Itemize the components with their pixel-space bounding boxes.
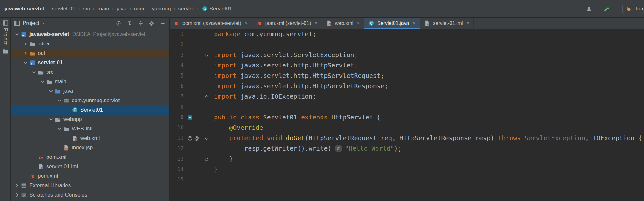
code-line-15[interactable]: 15	[170, 175, 644, 185]
tree-item-pom-xml[interactable]: mpom.xml	[11, 152, 169, 162]
tree-toggle[interactable]	[13, 31, 21, 38]
chevron-right-icon[interactable]	[14, 192, 20, 198]
collapse-all-button[interactable]	[138, 20, 143, 26]
chevron-down-icon[interactable]	[48, 117, 54, 122]
tool-window-button-project[interactable]: Project	[2, 20, 8, 45]
tree-toggle[interactable]	[30, 69, 38, 76]
tree-item-out[interactable]: out	[11, 49, 169, 58]
tree-item-servlet-01[interactable]: servlet-01	[11, 58, 169, 67]
line-number: 9	[170, 112, 186, 123]
tree-item-idea[interactable]: .idea	[11, 39, 169, 49]
tree-item-src[interactable]: src	[11, 67, 169, 77]
code-line-3[interactable]: 3import javax.servlet.ServletException;	[170, 50, 644, 60]
code-line-10[interactable]: 10 @Override	[170, 123, 644, 133]
tree-toggle[interactable]	[56, 97, 63, 104]
editor-tab-pom-xml-servlet-01[interactable]: mpom.xml (servlet-01)×	[252, 18, 322, 29]
breadcrumb-item-main[interactable]: main	[98, 6, 109, 12]
chevron-right-icon[interactable]	[23, 41, 28, 47]
tree-item-index-jsp[interactable]: index.jsp	[11, 143, 169, 152]
code-line-12[interactable]: 12 resp.getWriter().write( s:"Hello Worl…	[170, 143, 644, 154]
annotation-icon[interactable]: @	[194, 135, 199, 141]
code-editor[interactable]: 1package com.yunmuq.servlet;23import jav…	[170, 29, 644, 201]
code-line-8[interactable]: 8	[170, 102, 644, 112]
editor-tab-web-xml[interactable]: web.xml×	[322, 18, 364, 29]
tree-item-javaweb-servlet[interactable]: javaweb-servletD:\IDEA_Project\javaweb-s…	[11, 30, 169, 39]
chevron-down-icon[interactable]	[57, 126, 62, 132]
code-line-9[interactable]: 9public class Servlet01 extends HttpServ…	[170, 112, 644, 123]
tree-toggle[interactable]	[22, 40, 29, 47]
code-line-6[interactable]: 6import javax.servlet.http.HttpServletRe…	[170, 81, 644, 91]
chevron-down-icon[interactable]	[31, 69, 37, 75]
code-line-2[interactable]: 2	[170, 39, 644, 50]
chevron-down-icon[interactable]	[57, 98, 62, 103]
fold-end-icon[interactable]	[204, 157, 209, 161]
code-line-13[interactable]: 13 }	[170, 154, 644, 164]
tree-item-scratches-and-consoles[interactable]: Scratches and Consoles	[11, 190, 169, 200]
tree-toggle	[30, 154, 38, 161]
code-line-1[interactable]: 1package com.yunmuq.servlet;	[170, 29, 644, 39]
chevron-down-icon[interactable]	[23, 60, 28, 66]
run-configuration-widget[interactable]: Tomc	[622, 4, 644, 14]
project-panel-title[interactable]: Project	[23, 20, 39, 26]
chevron-right-icon[interactable]	[14, 183, 20, 188]
code-line-14[interactable]: 14}	[170, 164, 644, 175]
breadcrumb-item-servlet01[interactable]: CServlet01	[202, 6, 232, 12]
folder-stripe-button[interactable]	[2, 48, 8, 54]
tree-item-web-xml[interactable]: web.xml	[11, 134, 169, 143]
dropdown-arrow-icon[interactable]	[42, 21, 46, 25]
code-line-4[interactable]: 4import javax.servlet.http.HttpServlet;	[170, 60, 644, 71]
tree-toggle[interactable]	[39, 78, 46, 85]
fold-start-icon[interactable]	[204, 53, 209, 57]
tree-item-servlet-01-iml[interactable]: servlet-01.iml	[11, 162, 169, 171]
tree-item-webapp[interactable]: webapp	[11, 115, 169, 124]
code-line-11[interactable]: 11@ protected void doGet(HttpServletRequ…	[170, 133, 644, 143]
close-tab-icon[interactable]: ×	[245, 20, 248, 26]
tree-toggle[interactable]	[47, 88, 55, 95]
breadcrumb-item-src[interactable]: src	[83, 6, 90, 12]
tree-item-servlet01[interactable]: CServlet01	[11, 105, 169, 115]
tree-toggle[interactable]	[47, 116, 55, 123]
tree-toggle[interactable]	[22, 50, 29, 57]
close-tab-icon[interactable]: ×	[314, 20, 317, 26]
chevron-right-icon[interactable]	[23, 50, 28, 56]
chevron-down-icon[interactable]	[48, 88, 54, 94]
build-tool-button[interactable]	[603, 6, 609, 12]
tree-toggle[interactable]	[13, 192, 21, 198]
gear-button[interactable]	[149, 20, 154, 26]
code-line-7[interactable]: 7import java.io.IOException;	[170, 91, 644, 102]
breadcrumb-item-com[interactable]: com	[134, 6, 144, 12]
close-tab-icon[interactable]: ×	[412, 20, 416, 26]
minimize-button[interactable]	[160, 20, 165, 26]
close-tab-icon[interactable]: ×	[467, 20, 470, 26]
tree-item-java[interactable]: java	[11, 86, 169, 96]
chevron-down-icon[interactable]	[14, 32, 20, 37]
tree-toggle[interactable]	[22, 59, 29, 66]
breadcrumb-item-java[interactable]: java	[117, 6, 126, 12]
override-icon[interactable]	[187, 135, 193, 141]
code-line-5[interactable]: 5import javax.servlet.http.HttpServletRe…	[170, 71, 644, 81]
servlet-class-icon[interactable]	[187, 115, 193, 120]
tree-item-com-yunmuq-servlet[interactable]: com.yunmuq.servlet	[11, 96, 169, 105]
tree-item-pom-xml[interactable]: mpom.xml	[11, 171, 169, 181]
folder-web-icon	[55, 116, 61, 123]
target-button[interactable]	[116, 20, 121, 26]
tree-item-web-inf[interactable]: WEB-INF	[11, 124, 169, 134]
editor-tab-servlet01-java[interactable]: CServlet01.java×	[364, 18, 420, 29]
tree-item-external-libraries[interactable]: External Libraries	[11, 181, 169, 190]
fold-end-icon[interactable]	[204, 95, 209, 99]
fold-start-icon[interactable]	[204, 136, 209, 141]
editor-tab-pom-xml-javaweb-servlet[interactable]: mpom.xml (javaweb-servlet)×	[170, 18, 252, 29]
scroll-down-button[interactable]	[127, 20, 132, 26]
editor-tab-servlet-01-iml[interactable]: servlet-01.iml×	[420, 18, 474, 29]
breadcrumb-item-servlet[interactable]: servlet	[178, 6, 194, 12]
breadcrumb-item-javaweb-servlet[interactable]: javaweb-servlet	[4, 6, 44, 12]
tree-toggle[interactable]	[13, 182, 21, 189]
breadcrumb-item-yunmuq[interactable]: yunmuq	[152, 6, 171, 12]
code-text: public class Servlet01 extends HttpServl…	[210, 112, 381, 123]
user-menu-button[interactable]	[586, 6, 597, 12]
breadcrumb-item-servlet-01[interactable]: servlet-01	[52, 6, 76, 12]
tree-toggle[interactable]	[56, 125, 63, 132]
close-tab-icon[interactable]: ×	[357, 20, 360, 26]
tree-item-main[interactable]: main	[11, 77, 169, 86]
chevron-down-icon[interactable]	[40, 79, 45, 84]
